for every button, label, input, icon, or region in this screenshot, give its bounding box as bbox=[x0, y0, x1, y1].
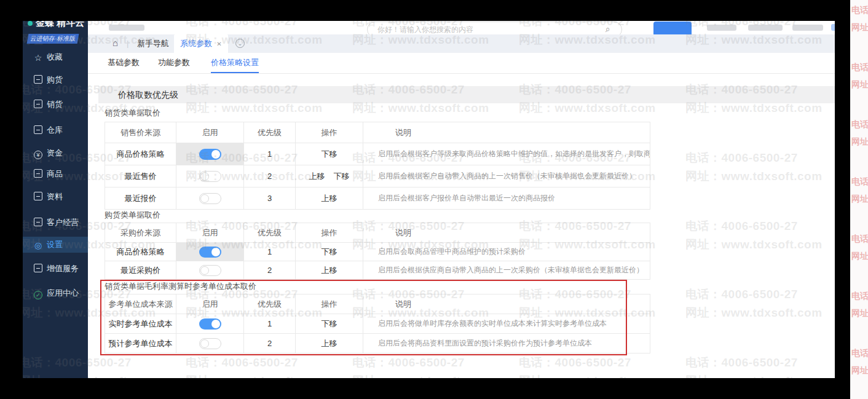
watermark-tile: 网址：www.tdxsoft.com bbox=[519, 373, 656, 378]
watermark-tile-clipped: 网址：www.tdxsoft.com bbox=[851, 79, 868, 90]
app-window: 金蝶 精斗云 云进销存·标准版 ☆收藏购货销货仓库¥资金商品资料客户经营◎设置增… bbox=[23, 0, 835, 378]
toggle-off[interactable] bbox=[199, 265, 221, 276]
subtab-function-params[interactable]: 功能参数 bbox=[158, 53, 190, 74]
toggle-knob bbox=[200, 339, 209, 348]
search-icon: ⌕ bbox=[606, 24, 610, 34]
price-source-cell: 最近采购价 bbox=[105, 261, 176, 280]
toggle-knob bbox=[200, 172, 209, 181]
sidebar-item-label: 增值服务 bbox=[47, 264, 79, 273]
sidebar-item-app-center[interactable]: ✓应用中心 bbox=[23, 285, 88, 301]
column-header: 操作 bbox=[296, 223, 363, 243]
toggle-on[interactable] bbox=[199, 149, 221, 160]
move-up-link[interactable]: 上移 bbox=[322, 194, 337, 203]
toggle-off[interactable] bbox=[199, 338, 221, 349]
move-down-link[interactable]: 下移 bbox=[322, 319, 337, 328]
sidebar-item-label: 客户经营 bbox=[47, 218, 79, 227]
sidebar-item-label: 仓库 bbox=[47, 125, 63, 135]
column-header: 启用 bbox=[176, 122, 244, 143]
watermark-tile-clipped: 网址：www.tdxsoft.com bbox=[851, 22, 868, 33]
priority-cell: 1 bbox=[244, 143, 296, 165]
column-header: 说明 bbox=[363, 223, 650, 243]
enable-cell bbox=[176, 143, 244, 165]
warehouse-icon bbox=[34, 125, 42, 134]
table-row: 最近采购价2上移启用后会根据供应商自动带入商品的上一次采购价（未审核单据也会更新… bbox=[105, 261, 650, 280]
column-header: 优先级 bbox=[244, 122, 296, 143]
price-source-cell: 实时参考单位成本 bbox=[105, 314, 176, 334]
sidebar-item-label: 购货 bbox=[47, 75, 63, 84]
table-row: 商品价格策略1下移启用后会取商品管理中商品维护的预计采购价 bbox=[105, 243, 650, 261]
priority-cell: 1 bbox=[244, 243, 296, 261]
watermark-tile-clipped: 电话：4006-6500-27 bbox=[851, 5, 868, 16]
price-source-table: 销售价来源启用优先级操作说明商品价格策略1下移启用后会根据客户等级来取商品价格策… bbox=[105, 122, 650, 210]
edition-badge: 云进销存·标准版 bbox=[27, 34, 79, 44]
sidebar-item-goods[interactable]: 商品 bbox=[23, 166, 88, 182]
move-up-link[interactable]: 上移 bbox=[322, 339, 337, 348]
header-menu-item[interactable] bbox=[109, 25, 144, 31]
table-row: 最近售价2上移下移启用后会根据客户自动带入商品的上一次销售价（未审核单据也会更新… bbox=[105, 165, 650, 188]
toggle-off[interactable] bbox=[199, 171, 221, 182]
tab-newbie-guide[interactable]: 新手导航 bbox=[137, 34, 169, 53]
tab-list-chevron-icon[interactable]: ⌄ bbox=[235, 39, 245, 48]
sidebar-item-label: 商品 bbox=[47, 169, 63, 178]
move-down-link[interactable]: 下移 bbox=[334, 172, 350, 181]
action-cell: 上移下移 bbox=[296, 165, 363, 188]
frame-bar-left bbox=[0, 0, 23, 399]
move-down-link[interactable]: 下移 bbox=[322, 149, 337, 159]
goods-icon bbox=[34, 169, 42, 178]
header-menu-item[interactable] bbox=[792, 25, 823, 31]
sidebar-item-label: 应用中心 bbox=[47, 288, 79, 298]
header-menu-item[interactable] bbox=[748, 25, 783, 31]
toggle-off[interactable] bbox=[199, 193, 221, 204]
action-cell: 下移 bbox=[296, 243, 363, 261]
watermark-tile: 电话：4006-6500-27 bbox=[352, 355, 465, 371]
column-header: 说明 bbox=[363, 122, 650, 143]
action-cell: 下移 bbox=[296, 143, 363, 165]
watermark-tile: 网址：www.tdxsoft.com bbox=[352, 373, 489, 378]
settings-icon: ◎ bbox=[34, 241, 42, 250]
sidebar-item-star[interactable]: ☆收藏 bbox=[23, 49, 88, 65]
toggle-knob bbox=[211, 248, 220, 256]
watermark-tile: 电话：4006-6500-27 bbox=[685, 286, 798, 302]
toggle-on[interactable] bbox=[199, 318, 221, 330]
description-cell: 启用后会根据客户报价单自动带出最近一次的商品报价 bbox=[363, 188, 650, 210]
sidebar-item-cart[interactable]: 购货 bbox=[23, 72, 88, 88]
watermark-tile-clipped: 电话：4006-6500-27 bbox=[851, 119, 868, 130]
move-down-link[interactable]: 下移 bbox=[322, 247, 337, 256]
cart-icon bbox=[34, 75, 42, 84]
watermark-tile: 电话：4006-6500-27 bbox=[519, 355, 631, 371]
sidebar-item-money[interactable]: ¥资金 bbox=[23, 145, 88, 161]
app-center-icon: ✓ bbox=[34, 291, 42, 299]
sidebar-item-doc-check[interactable]: 销货 bbox=[23, 97, 88, 113]
subtab-basic-params[interactable]: 基础参数 bbox=[108, 53, 140, 74]
table-caption: 销货类单据取价 bbox=[105, 108, 650, 118]
header-menu-item[interactable] bbox=[707, 25, 736, 31]
price-source-cell: 预计参考单位成本 bbox=[105, 334, 176, 354]
sidebar-item-customer[interactable]: 客户经营 bbox=[23, 215, 88, 231]
watermark-tile-clipped: 网址：www.tdxsoft.com bbox=[851, 136, 868, 148]
watermark-tile-clipped: 网址：www.tdxsoft.com bbox=[851, 194, 868, 205]
column-header: 启用 bbox=[176, 223, 244, 243]
home-icon[interactable]: ⌂ bbox=[112, 38, 118, 48]
move-up-link[interactable]: 上移 bbox=[322, 266, 337, 275]
move-up-link[interactable]: 上移 bbox=[309, 172, 325, 181]
tab-close-icon[interactable]: ✕ bbox=[216, 41, 221, 47]
sidebar-item-vas[interactable]: 增值服务 bbox=[23, 261, 88, 277]
description-cell: 启用后会取商品管理中商品维护的预计采购价 bbox=[363, 243, 650, 261]
sidebar-item-file[interactable]: 资料 bbox=[23, 189, 88, 205]
subtab-price-strategy[interactable]: 价格策略设置 bbox=[211, 53, 259, 74]
tab-system-params[interactable]: 系统参数✕ bbox=[174, 34, 228, 53]
toggle-on[interactable] bbox=[199, 247, 221, 258]
frame-bar-top bbox=[0, 0, 850, 21]
watermark-tile-clipped: 网址：www.tdxsoft.com bbox=[851, 251, 868, 262]
toggle-knob bbox=[200, 194, 209, 203]
description-cell: 启用后会根据客户自动带入商品的上一次销售价（未审核单据也会更新最近价） bbox=[363, 165, 650, 188]
table-caption: 销货类单据毛利率测算时参考单位成本取价 bbox=[105, 282, 650, 291]
star-icon: ☆ bbox=[34, 53, 42, 62]
sidebar-item-warehouse[interactable]: 仓库 bbox=[23, 122, 88, 138]
frame-bar-right bbox=[835, 0, 850, 399]
watermark-tile-clipped: 电话：4006-6500-27 bbox=[851, 176, 868, 188]
sidebar-item-settings[interactable]: ◎设置 bbox=[23, 237, 88, 253]
description-cell: 启用后会将商品资料里面设置的预计采购价作为预计参考单位成本 bbox=[363, 334, 650, 354]
action-cell: 上移 bbox=[296, 334, 363, 354]
price-source-table: 采购价来源启用优先级操作说明商品价格策略1下移启用后会取商品管理中商品维护的预计… bbox=[105, 223, 650, 280]
